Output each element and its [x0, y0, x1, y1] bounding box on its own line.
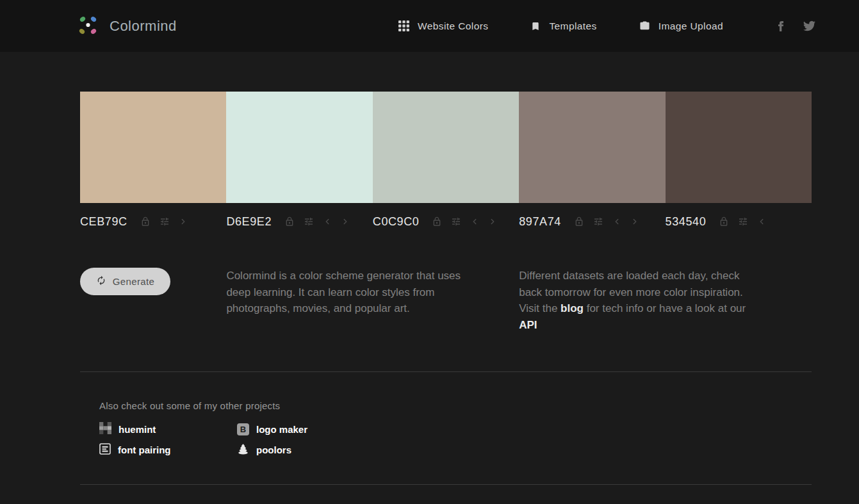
adjust-sliders-icon[interactable] — [304, 216, 314, 227]
chevron-right-icon[interactable] — [341, 217, 350, 226]
lock-icon[interactable] — [284, 216, 295, 227]
palette — [80, 92, 812, 203]
color-hex-label[interactable]: C0C9C0 — [373, 215, 420, 229]
about-paragraph-right: Different datasets are loaded each day, … — [519, 268, 812, 333]
camera-icon — [639, 20, 650, 31]
project-link-poolors[interactable]: poolors — [237, 443, 307, 457]
chevron-right-icon[interactable] — [488, 217, 497, 226]
colormind-logo-icon — [76, 13, 100, 40]
logo-maker-icon: B — [237, 423, 249, 435]
project-link-font-pairing[interactable]: font pairing — [99, 443, 237, 457]
palette-color-controls: CEB79C — [80, 213, 226, 231]
poolors-icon — [237, 443, 249, 457]
lock-icon[interactable] — [140, 216, 151, 227]
brand-name: Colormind — [110, 18, 177, 35]
brand[interactable]: Colormind — [76, 13, 177, 40]
projects-section: Also check out some of my other projects… — [99, 400, 812, 457]
generate-button-label: Generate — [113, 276, 155, 287]
project-link-huemint[interactable]: huemint — [99, 422, 237, 436]
chevron-left-icon[interactable] — [323, 217, 332, 226]
chevron-right-icon[interactable] — [630, 217, 639, 226]
divider-top — [80, 371, 812, 372]
projects-heading: Also check out some of my other projects — [99, 400, 812, 411]
font-pairing-icon — [99, 443, 111, 457]
nav-item-label: Image Upload — [659, 20, 723, 32]
social-links — [776, 20, 815, 32]
project-link-logo-maker[interactable]: B logo maker — [237, 422, 307, 436]
blog-link[interactable]: blog — [560, 302, 584, 314]
chevron-left-icon[interactable] — [757, 217, 766, 226]
facebook-icon[interactable] — [776, 21, 786, 31]
adjust-sliders-icon[interactable] — [593, 216, 603, 227]
color-swatch[interactable] — [519, 92, 665, 203]
main-content: CEB79C D6E9E2 — [80, 92, 812, 485]
project-label: poolors — [256, 444, 291, 455]
huemint-icon — [99, 422, 111, 436]
bookmark-icon — [530, 21, 541, 31]
color-swatch[interactable] — [373, 92, 519, 203]
palette-color-controls: 534540 — [666, 213, 812, 231]
color-hex-label[interactable]: D6E9E2 — [226, 215, 272, 229]
palette-color-controls: C0C9C0 — [373, 213, 519, 231]
refresh-icon — [96, 275, 106, 288]
grid-icon — [398, 20, 409, 31]
chevron-left-icon[interactable] — [470, 217, 479, 226]
chevron-right-icon[interactable] — [179, 217, 188, 226]
divider-bottom — [80, 484, 812, 485]
palette-color-controls: 897A74 — [519, 213, 665, 231]
adjust-sliders-icon[interactable] — [160, 216, 170, 227]
lock-icon[interactable] — [574, 216, 584, 227]
projects-grid: huemint B logo maker font pairing — [99, 422, 812, 457]
nav-item-templates[interactable]: Templates — [530, 20, 596, 32]
color-hex-label[interactable]: 897A74 — [519, 215, 561, 229]
about-paragraph-left: Colormind is a color scheme generator th… — [226, 268, 519, 333]
color-swatch[interactable] — [80, 92, 226, 203]
api-link[interactable]: API — [519, 319, 537, 331]
project-label: logo maker — [256, 424, 307, 435]
color-hex-label[interactable]: CEB79C — [80, 215, 127, 229]
content-row: Generate Colormind is a color scheme gen… — [80, 268, 812, 333]
lock-icon[interactable] — [432, 216, 442, 227]
nav-item-label: Website Colors — [418, 20, 488, 32]
project-label: font pairing — [118, 444, 171, 455]
generate-button[interactable]: Generate — [80, 268, 170, 295]
twitter-icon[interactable] — [803, 20, 815, 32]
about-right-text-middle: for tech info or have a look at our — [584, 302, 746, 314]
lock-icon[interactable] — [719, 216, 729, 227]
palette-color-controls: D6E9E2 — [226, 213, 372, 231]
nav-item-label: Templates — [549, 20, 596, 32]
adjust-sliders-icon[interactable] — [738, 216, 748, 227]
navbar: Colormind Website Colors Templates — [0, 0, 859, 52]
color-swatch[interactable] — [226, 92, 372, 203]
color-hex-label[interactable]: 534540 — [666, 215, 707, 229]
nav-links: Website Colors Templates Image Upload — [398, 20, 723, 32]
project-label: huemint — [119, 424, 156, 435]
chevron-left-icon[interactable] — [612, 217, 621, 226]
nav-item-website-colors[interactable]: Website Colors — [398, 20, 488, 32]
adjust-sliders-icon[interactable] — [451, 216, 461, 227]
color-swatch[interactable] — [666, 92, 812, 203]
palette-labels: CEB79C D6E9E2 — [80, 213, 812, 231]
nav-item-image-upload[interactable]: Image Upload — [639, 20, 723, 32]
